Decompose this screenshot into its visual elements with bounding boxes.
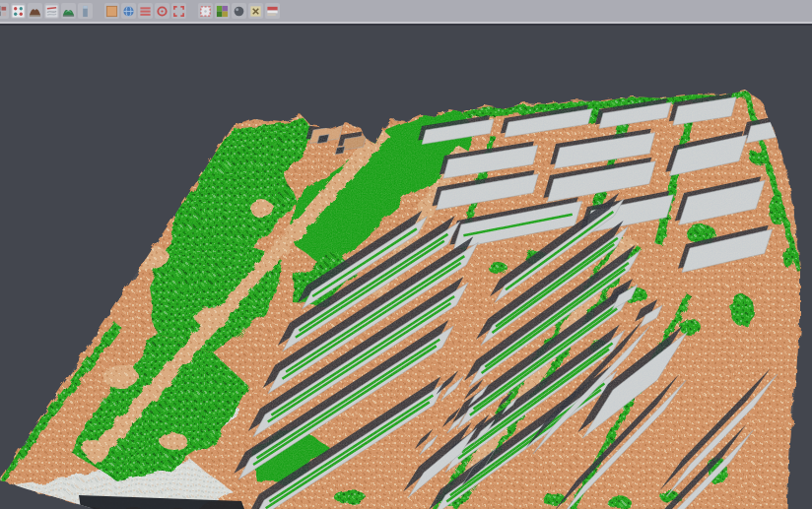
classification-icon[interactable]: [215, 3, 230, 19]
terrain-icon[interactable]: [61, 3, 76, 19]
section-icon[interactable]: [78, 3, 93, 19]
contour-icon[interactable]: [44, 3, 59, 19]
application-window: [0, 0, 812, 509]
extent-icon[interactable]: [171, 3, 186, 19]
target-icon[interactable]: [155, 3, 169, 19]
layers-icon[interactable]: [138, 3, 153, 19]
analysis-tools-group: [198, 3, 280, 19]
main-toolbar: [0, 0, 812, 22]
dem-icon[interactable]: [28, 3, 42, 19]
terrain-content: [0, 26, 812, 509]
grid-icon[interactable]: [198, 3, 213, 19]
model-tools-group: [0, 3, 93, 19]
orthophoto-icon[interactable]: [104, 3, 119, 19]
flags-icon[interactable]: [265, 3, 280, 19]
point-cloud-icon[interactable]: [0, 3, 9, 19]
pointcloud-grain: [0, 26, 812, 509]
scene-canvas: [0, 26, 812, 509]
3d-viewport[interactable]: [0, 26, 812, 509]
tie-points-icon[interactable]: [11, 3, 26, 19]
view-tools-group: [104, 3, 186, 19]
globe-icon[interactable]: [121, 3, 136, 19]
sphere-icon[interactable]: [232, 3, 246, 19]
texture-icon[interactable]: [248, 3, 263, 19]
